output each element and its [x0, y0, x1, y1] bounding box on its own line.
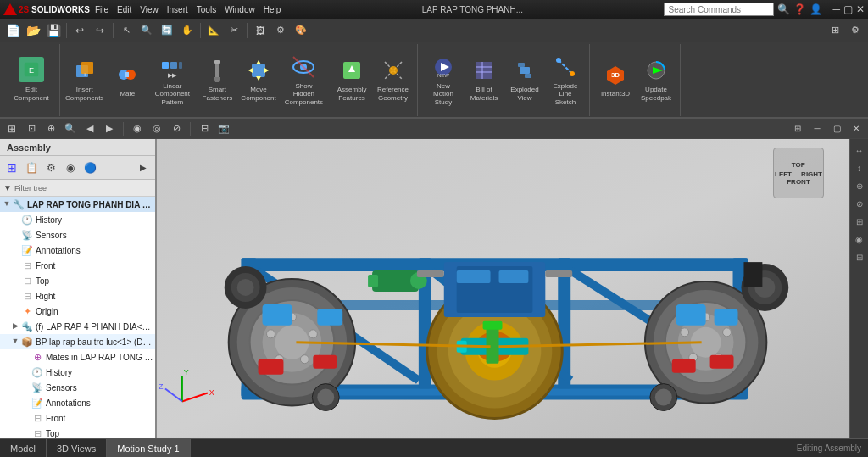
select-icon[interactable]: ↖: [117, 21, 136, 40]
section-view-icon[interactable]: ⊟: [196, 120, 213, 137]
assembly-3d-view: X Y Z: [157, 139, 849, 438]
tree-item-front2[interactable]: ⊟ Front: [0, 410, 155, 426]
appearance-icon[interactable]: 🎨: [292, 21, 310, 40]
view-orientation-icon[interactable]: ⊞: [3, 120, 20, 137]
search-icon[interactable]: 🔍: [777, 3, 790, 15]
tree-item-sensors[interactable]: 📡 Sensors: [0, 227, 155, 242]
save-icon[interactable]: 💾: [44, 21, 63, 40]
3d-viewport[interactable]: X Y Z TOP LEFTRIGHT FRONT: [157, 139, 849, 438]
tree-item-annotations[interactable]: 📝 Annotations: [0, 242, 155, 258]
view-fit-all-icon[interactable]: ⊡: [23, 120, 40, 137]
undo-icon[interactable]: ↩: [70, 21, 89, 40]
camera-icon[interactable]: 📷: [215, 120, 232, 137]
right-icon-3[interactable]: ⊕: [852, 178, 867, 193]
settings-icon[interactable]: ⚙: [846, 21, 865, 40]
instant3d-button[interactable]: 3D Instant3D: [597, 48, 634, 112]
vp-restore-icon[interactable]: ⊞: [789, 120, 806, 137]
menu-window[interactable]: Window: [225, 5, 255, 14]
tree-item-top[interactable]: ⊟ Top: [0, 273, 155, 288]
assembly-features-button[interactable]: AssemblyFeatures: [333, 48, 370, 112]
view-settings-icon[interactable]: ⚙: [271, 21, 290, 40]
insert-components-button[interactable]: + InsertComponents: [62, 48, 107, 112]
bill-of-materials-button[interactable]: Bill ofMaterials: [465, 48, 503, 112]
prev-view-icon[interactable]: ◀: [81, 120, 98, 137]
tree-item-top2[interactable]: ⊟ Top: [0, 426, 155, 438]
user-icon[interactable]: 👤: [810, 3, 822, 15]
tree-item-history2[interactable]: 🕐 History: [0, 365, 155, 380]
menu-help[interactable]: Help: [264, 5, 281, 14]
right-icon-2[interactable]: ↕: [852, 160, 867, 176]
windows-icon[interactable]: ⊞: [826, 21, 844, 40]
zoom-icon[interactable]: 🔍: [137, 21, 156, 40]
svg-marker-17: [256, 76, 261, 81]
measure-icon[interactable]: 📐: [204, 21, 223, 40]
display-shaded-icon[interactable]: ◉: [129, 120, 146, 137]
mate-button[interactable]: Mate: [108, 48, 146, 112]
linear-pattern-button[interactable]: ▶▶ Linear ComponentPattern: [147, 48, 197, 112]
smart-fasteners-button[interactable]: SmartFasteners: [198, 48, 236, 112]
display-wireframe-icon[interactable]: ◎: [148, 120, 165, 137]
rotate-icon[interactable]: 🔄: [158, 21, 176, 40]
panel-expand-icon[interactable]: ▶: [135, 159, 152, 176]
tree-item-history[interactable]: 🕐 History: [0, 212, 155, 227]
property-manager-icon[interactable]: 📋: [23, 159, 40, 176]
config-manager-icon[interactable]: ⚙: [42, 159, 59, 176]
redo-icon[interactable]: ↪: [91, 21, 109, 40]
view-cube[interactable]: TOP LEFTRIGHT FRONT: [773, 148, 824, 198]
right-icon-5[interactable]: ⊞: [852, 214, 867, 229]
open-icon[interactable]: 📂: [24, 21, 42, 40]
exploded-view-button[interactable]: ExplodedView: [506, 48, 543, 112]
zoom-area-icon[interactable]: 🔍: [62, 120, 79, 137]
update-speedpak-button[interactable]: UpdateSpeedpak: [637, 48, 675, 112]
zoom-to-fit-icon[interactable]: ⊕: [42, 120, 59, 137]
close-button[interactable]: ✕: [856, 3, 865, 15]
tree-item-sensors2[interactable]: 📡 Sensors: [0, 380, 155, 395]
search-input[interactable]: [664, 3, 774, 16]
pan-icon[interactable]: ✋: [178, 21, 197, 40]
right-icon-1[interactable]: ↔: [852, 142, 867, 158]
show-hidden-button[interactable]: ShowHiddenComponents: [281, 48, 326, 112]
menu-tools[interactable]: Tools: [197, 5, 216, 14]
tree-item-sub1[interactable]: ▶ 🔩 (f) LAP RAP 4 PHANH DIA<1> (D...: [0, 319, 155, 334]
new-icon[interactable]: 📄: [3, 21, 22, 40]
minimize-button[interactable]: ─: [832, 3, 840, 15]
menu-view[interactable]: View: [140, 5, 159, 14]
feature-manager-icon[interactable]: ⊞: [3, 159, 20, 176]
feature-tree-content: ▼ 🔧 LAP RAP TONG PHANH DIA BAU TRO... 🕐 …: [0, 197, 155, 438]
menu-file[interactable]: File: [95, 5, 108, 14]
vp-close-icon[interactable]: ✕: [848, 120, 865, 137]
vp-min-icon[interactable]: ─: [809, 120, 826, 137]
tab-3d-views[interactable]: 3D Views: [47, 439, 107, 457]
right-icon-4[interactable]: ⊘: [852, 196, 867, 211]
new-motion-study-button[interactable]: NEW NewMotionStudy: [425, 48, 462, 112]
menu-insert[interactable]: Insert: [167, 5, 188, 14]
appearances-icon[interactable]: 🔵: [81, 159, 98, 176]
tab-model[interactable]: Model: [0, 439, 47, 457]
section-icon[interactable]: ✂: [225, 21, 243, 40]
display-mode-icon[interactable]: 🖼: [251, 21, 270, 40]
tree-item-root[interactable]: ▼ 🔧 LAP RAP TONG PHANH DIA BAU TRO...: [0, 197, 155, 212]
menu-edit[interactable]: Edit: [117, 5, 131, 14]
tree-item-sub2[interactable]: ▼ 📦 BP lap rap bau tro luc<1> (Defau...: [0, 334, 155, 349]
exploded-view-icon: [511, 57, 538, 84]
tree-item-annotations2[interactable]: 📝 Annotations: [0, 395, 155, 410]
move-component-button[interactable]: MoveComponent: [237, 48, 279, 112]
reference-geometry-button[interactable]: ReferenceGeometry: [374, 48, 412, 112]
tree-item-mates[interactable]: ⊕ Mates in LAP RAP TONG PHA...: [0, 349, 155, 365]
next-view-icon[interactable]: ▶: [101, 120, 118, 137]
tree-icon-top: ⊟: [20, 274, 34, 287]
explode-line-sketch-button[interactable]: ExplodeLineSketch: [547, 48, 584, 112]
tree-item-origin[interactable]: ✦ Origin: [0, 304, 155, 319]
tree-item-right[interactable]: ⊟ Right: [0, 288, 155, 304]
help-icon[interactable]: ❓: [793, 3, 806, 15]
svg-rect-113: [743, 262, 762, 287]
right-icon-6[interactable]: ◉: [852, 231, 867, 247]
right-icon-7[interactable]: ⊟: [852, 249, 867, 265]
tree-item-front[interactable]: ⊟ Front: [0, 258, 155, 273]
quick-access-toolbar: 📄 📂 💾 ↩ ↪ ↖ 🔍 🔄 ✋ 📐 ✂ 🖼 ⚙ 🎨 ⊞ ⚙: [0, 19, 868, 42]
dim-expert-icon[interactable]: ◉: [62, 159, 79, 176]
tab-motion-study-1[interactable]: Motion Study 1: [107, 439, 190, 457]
display-hidden-icon[interactable]: ⊘: [168, 120, 185, 137]
maximize-button[interactable]: ▢: [843, 3, 853, 15]
vp-max-icon[interactable]: ▢: [828, 120, 845, 137]
